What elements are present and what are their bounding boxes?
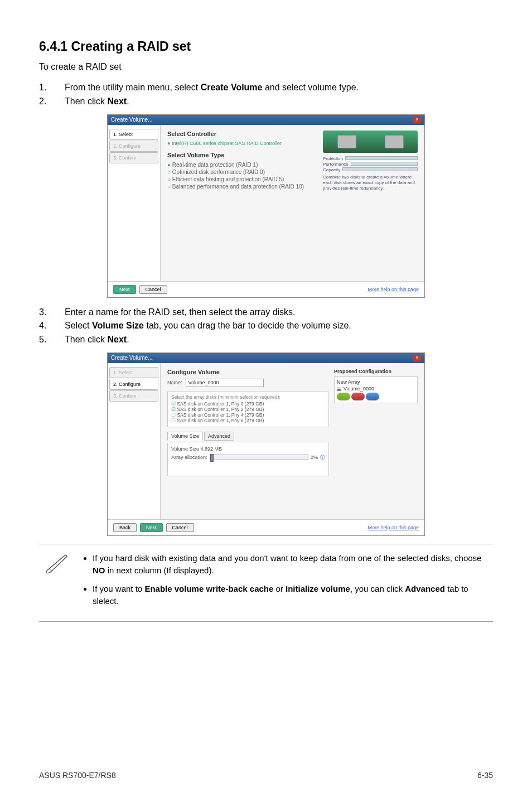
step-bold: Create Volume xyxy=(201,83,263,92)
meta-performance-bar xyxy=(351,162,418,166)
window-titlebar: Create Volume... × xyxy=(108,353,424,363)
more-help-link[interactable]: More help on this page xyxy=(367,525,419,530)
step-pre: Select xyxy=(65,321,92,330)
meta-capacity-label: Capacity xyxy=(323,167,340,172)
step-pre: Then click xyxy=(65,335,107,344)
step-bold: Next xyxy=(107,335,127,344)
window-title: Create Volume... xyxy=(111,117,152,123)
note-text: or xyxy=(273,584,286,593)
step-text: From the utility main menu, select Creat… xyxy=(65,81,493,95)
meta-protection-label: Protection xyxy=(323,156,343,161)
allocation-slider[interactable] xyxy=(210,455,308,460)
window-title: Create Volume... xyxy=(111,355,152,361)
step-text: Enter a name for the RAID set, then sele… xyxy=(65,306,493,320)
cancel-button[interactable]: Cancel xyxy=(166,523,194,532)
proposed-volume-name: Volume_0000 xyxy=(344,386,374,392)
step-number: 4. xyxy=(39,319,65,333)
window-titlebar: Create Volume... × xyxy=(108,115,424,125)
step-pre: Enter a name for the RAID set, then sele… xyxy=(65,307,296,317)
next-button[interactable]: Next xyxy=(113,285,136,294)
step-number: 2. xyxy=(39,95,65,109)
radio-raid5[interactable]: Efficient data hosting and protection (R… xyxy=(167,176,312,182)
section-heading: 6.4.1 Creating a RAID set xyxy=(39,39,493,54)
step-text: Then click Next. xyxy=(65,95,493,109)
meta-capacity-bar xyxy=(342,167,418,171)
note-bold: Enable volume write-back cache xyxy=(144,584,273,593)
note-text: If you want to xyxy=(93,584,144,593)
footer-model: ASUS RS700-E7/RS8 xyxy=(39,771,116,780)
intro-text: To create a RAID set xyxy=(39,62,493,72)
note-block: If you hard disk with existing data and … xyxy=(39,544,493,622)
volume-preview-panel: Protection Performance Capacity Combine … xyxy=(323,131,418,192)
wizard-step-select[interactable]: 1. Select xyxy=(109,129,158,140)
meta-performance-label: Performance xyxy=(323,162,349,167)
proposed-config-panel: Proposed Configuration New Array 🖴 Volum… xyxy=(334,369,418,403)
step-number: 1. xyxy=(39,81,65,95)
wizard-step-confirm[interactable]: 3. Confirm xyxy=(109,152,158,163)
note-bold: NO xyxy=(93,566,105,575)
meta-protection-bar xyxy=(345,156,418,160)
back-button[interactable]: Back xyxy=(113,523,137,532)
note-text: in next column (If displayed). xyxy=(105,566,214,575)
note-bold: Initialize volume xyxy=(286,584,350,593)
step-post: tab, you can drag the bar to decide the … xyxy=(144,321,351,330)
radio-raid0[interactable]: Optimized disk performance (RAID 0) xyxy=(167,169,312,175)
name-label: Name: xyxy=(167,380,182,385)
steps-block-1: 1. From the utility main menu, select Cr… xyxy=(39,81,493,109)
tab-volume-size[interactable]: Volume Size xyxy=(167,432,203,441)
step-text: Select Volume Size tab, you can drag the… xyxy=(65,319,493,333)
volume-type-description: Combine two disks to create a volume whe… xyxy=(323,175,418,192)
volume-size-text: Volume Size 4,892 MB xyxy=(171,446,325,452)
wizard-step-configure[interactable]: 2. Configure xyxy=(109,379,158,390)
step-number: 5. xyxy=(39,333,65,347)
new-array-label: New Array xyxy=(337,379,415,385)
footer-page-number: 6-35 xyxy=(477,771,493,780)
note-item: If you want to Enable volume write-back … xyxy=(93,583,493,608)
more-help-link[interactable]: More help on this page xyxy=(367,287,419,292)
volume-name-input[interactable]: Volume_0000 xyxy=(186,379,264,387)
note-text: If you hard disk with existing data and … xyxy=(93,553,481,563)
info-icon[interactable]: ⓘ xyxy=(320,454,325,461)
disk-hint: Select the array disks (minimum selectio… xyxy=(171,394,325,400)
close-icon[interactable]: × xyxy=(413,117,421,123)
step-number: 3. xyxy=(39,306,65,320)
disk-option[interactable]: SAS disk on Controller 1, Phy 0 (279 GB) xyxy=(171,401,325,407)
step-post: . xyxy=(127,96,129,106)
wizard-footer: Next Cancel More help on this page xyxy=(108,281,424,297)
volume-size-panel: Volume Size 4,892 MB Array allocation: 2… xyxy=(167,443,329,476)
proposed-config-heading: Proposed Configuration xyxy=(334,369,418,374)
note-list: If you hard disk with existing data and … xyxy=(83,552,493,613)
disk-chips xyxy=(337,393,415,400)
disk-option[interactable]: SAS disk on Controller 1, Phy 4 (279 GB) xyxy=(171,412,325,418)
step-pre: From the utility main menu, select xyxy=(65,83,201,92)
pencil-note-icon xyxy=(45,552,69,573)
step-post: and select volume type. xyxy=(263,83,359,92)
step-post: . xyxy=(127,335,129,344)
step-bold: Next xyxy=(107,96,127,106)
wizard-step-configure[interactable]: 2. Configure xyxy=(109,141,158,152)
tab-advanced[interactable]: Advanced xyxy=(204,432,234,441)
step-bold: Volume Size xyxy=(92,321,144,330)
volume-icon: 🖴 xyxy=(337,386,342,392)
drive-illustration xyxy=(323,131,418,153)
close-icon[interactable]: × xyxy=(413,355,421,361)
screenshot-create-volume-select: Create Volume... × 1. Select 2. Configur… xyxy=(107,114,425,298)
disk-selection-list: Select the array disks (minimum selectio… xyxy=(167,392,329,427)
radio-raid1[interactable]: Real-time data protection (RAID 1) xyxy=(167,162,312,168)
disk-option[interactable]: SAS disk on Controller 1, Phy 2 (279 GB) xyxy=(171,407,325,412)
next-button[interactable]: Next xyxy=(140,523,163,532)
volume-type-radio-group: Real-time data protection (RAID 1) Optim… xyxy=(167,162,312,190)
wizard-steps-sidebar: 1. Select 2. Configure 3. Confirm xyxy=(108,363,161,519)
disk-option[interactable]: SAS disk on Controller 1, Phy 6 (279 GB) xyxy=(171,418,325,423)
note-bold: Advanced xyxy=(405,584,445,593)
radio-raid10[interactable]: Balanced performance and data protection… xyxy=(167,183,312,190)
wizard-step-select[interactable]: 1. Select xyxy=(109,367,158,378)
screenshot-create-volume-configure: Create Volume... × 1. Select 2. Configur… xyxy=(107,352,425,536)
wizard-step-confirm[interactable]: 3. Confirm xyxy=(109,390,158,402)
steps-block-2: 3. Enter a name for the RAID set, then s… xyxy=(39,306,493,347)
wizard-steps-sidebar: 1. Select 2. Configure 3. Confirm xyxy=(108,125,161,281)
wizard-footer: Back Next Cancel More help on this page xyxy=(108,519,424,535)
step-text: Then click Next. xyxy=(65,333,493,347)
allocation-percent: 2% xyxy=(311,455,318,460)
cancel-button[interactable]: Cancel xyxy=(139,285,167,294)
